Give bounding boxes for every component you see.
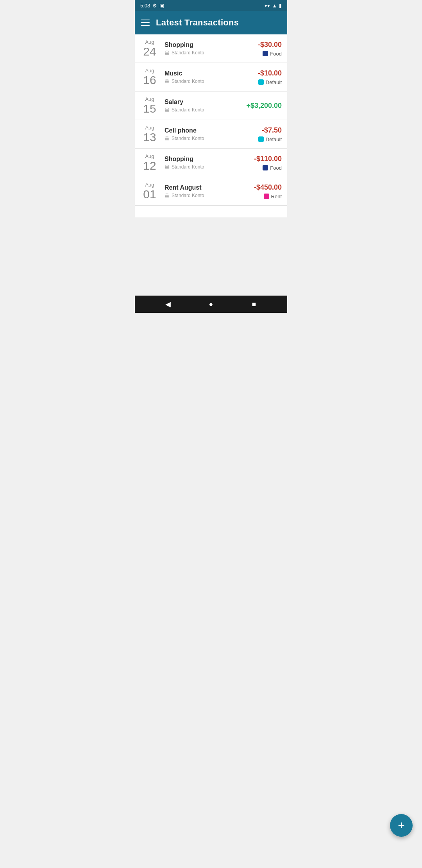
transaction-account: 🏛 Standard Konto: [165, 107, 246, 113]
bank-icon: 🏛: [165, 79, 170, 84]
date-block: Aug 24: [140, 39, 159, 58]
sim-icon: ▣: [159, 3, 164, 9]
category-tag: Food: [263, 51, 282, 57]
date-day: 13: [143, 131, 156, 143]
status-bar-right: ▾▾ ▲ ▮: [265, 3, 282, 9]
date-month: Aug: [145, 182, 154, 188]
date-day: 01: [143, 188, 156, 201]
back-button[interactable]: ◀: [162, 298, 174, 310]
account-name: Standard Konto: [172, 79, 204, 84]
category-tag: Rent: [264, 194, 282, 199]
date-block: Aug 16: [140, 68, 159, 86]
bank-icon: 🏛: [165, 193, 170, 199]
transaction-amount: +$3,200.00: [246, 102, 282, 110]
bottom-nav: ◀ ● ■: [135, 296, 287, 313]
transaction-info: Shopping 🏛 Standard Konto: [165, 156, 254, 170]
status-time: 5:08: [140, 3, 150, 9]
date-month: Aug: [145, 96, 154, 102]
transaction-name: Shopping: [165, 156, 254, 163]
wifi-icon: ▾▾: [265, 3, 270, 9]
transaction-account: 🏛 Standard Konto: [165, 136, 258, 142]
status-bar: 5:08 ⚙ ▣ ▾▾ ▲ ▮: [135, 0, 287, 11]
home-button[interactable]: ●: [205, 298, 217, 310]
empty-area: [135, 217, 287, 296]
transaction-account: 🏛 Standard Konto: [165, 164, 254, 170]
category-dot: [263, 51, 268, 56]
battery-icon: ▮: [279, 3, 282, 9]
hamburger-menu-button[interactable]: [141, 20, 150, 26]
transaction-name: Rent August: [165, 184, 254, 191]
category-tag: Default: [258, 136, 282, 142]
category-dot: [258, 136, 264, 142]
transaction-item[interactable]: Aug 15 Salary 🏛 Standard Konto +$3,200.0…: [135, 91, 287, 120]
transaction-info: Rent August 🏛 Standard Konto: [165, 184, 254, 199]
date-day: 12: [143, 159, 156, 172]
transaction-amount: -$10.00: [258, 69, 282, 77]
signal-icon: ▲: [272, 3, 277, 9]
transaction-right: -$30.00 Food: [258, 41, 282, 57]
page-title: Latest Transactions: [156, 18, 239, 28]
recents-button[interactable]: ■: [248, 298, 260, 310]
transaction-item[interactable]: Aug 16 Music 🏛 Standard Konto -$10.00 De…: [135, 63, 287, 91]
category-label: Food: [270, 165, 282, 171]
transaction-item[interactable]: Aug 13 Cell phone 🏛 Standard Konto -$7.5…: [135, 120, 287, 149]
date-day: 24: [143, 45, 156, 58]
account-name: Standard Konto: [172, 50, 204, 56]
transaction-name: Salary: [165, 99, 246, 106]
transaction-item[interactable]: Aug 24 Shopping 🏛 Standard Konto -$30.00…: [135, 34, 287, 63]
category-dot: [263, 165, 268, 170]
transaction-right: -$450.00 Rent: [254, 183, 282, 199]
category-dot: [264, 194, 269, 199]
date-block: Aug 12: [140, 153, 159, 172]
transaction-account: 🏛 Standard Konto: [165, 193, 254, 199]
category-label: Default: [266, 79, 282, 85]
transaction-right: -$7.50 Default: [258, 126, 282, 142]
account-name: Standard Konto: [172, 107, 204, 113]
status-bar-left: 5:08 ⚙ ▣: [140, 3, 164, 9]
transaction-amount: -$7.50: [262, 126, 282, 135]
bank-icon: 🏛: [165, 164, 170, 170]
transaction-account: 🏛 Standard Konto: [165, 50, 258, 56]
bank-icon: 🏛: [165, 136, 170, 142]
settings-icon: ⚙: [152, 3, 157, 9]
transaction-item[interactable]: Aug 12 Shopping 🏛 Standard Konto -$110.0…: [135, 149, 287, 177]
account-name: Standard Konto: [172, 164, 204, 170]
transaction-name: Cell phone: [165, 127, 258, 134]
account-name: Standard Konto: [172, 136, 204, 141]
transaction-name: Shopping: [165, 41, 258, 48]
date-block: Aug 15: [140, 96, 159, 115]
transaction-account: 🏛 Standard Konto: [165, 79, 258, 84]
app-header: Latest Transactions: [135, 11, 287, 34]
transaction-info: Salary 🏛 Standard Konto: [165, 99, 246, 113]
transaction-right: +$3,200.00: [246, 102, 282, 110]
date-month: Aug: [145, 153, 154, 159]
category-label: Food: [270, 51, 282, 57]
category-tag: Default: [258, 79, 282, 85]
transaction-list: Aug 24 Shopping 🏛 Standard Konto -$30.00…: [135, 34, 287, 217]
transaction-right: -$10.00 Default: [258, 69, 282, 85]
date-block: Aug 01: [140, 182, 159, 201]
transaction-amount: -$110.00: [254, 155, 282, 163]
date-block: Aug 13: [140, 125, 159, 143]
date-day: 15: [143, 102, 156, 115]
category-label: Default: [266, 136, 282, 142]
transaction-amount: -$450.00: [254, 183, 282, 192]
transaction-amount: -$30.00: [258, 41, 282, 49]
date-month: Aug: [145, 39, 154, 45]
transaction-info: Shopping 🏛 Standard Konto: [165, 41, 258, 56]
date-month: Aug: [145, 125, 154, 131]
category-dot: [258, 79, 264, 85]
transaction-item[interactable]: Aug 01 Rent August 🏛 Standard Konto -$45…: [135, 177, 287, 206]
date-day: 16: [143, 74, 156, 86]
date-month: Aug: [145, 68, 154, 74]
bank-icon: 🏛: [165, 107, 170, 113]
category-label: Rent: [271, 194, 282, 199]
bank-icon: 🏛: [165, 50, 170, 56]
transaction-info: Cell phone 🏛 Standard Konto: [165, 127, 258, 142]
transaction-right: -$110.00 Food: [254, 155, 282, 171]
transaction-info: Music 🏛 Standard Konto: [165, 70, 258, 84]
transaction-name: Music: [165, 70, 258, 77]
account-name: Standard Konto: [172, 193, 204, 198]
category-tag: Food: [263, 165, 282, 171]
